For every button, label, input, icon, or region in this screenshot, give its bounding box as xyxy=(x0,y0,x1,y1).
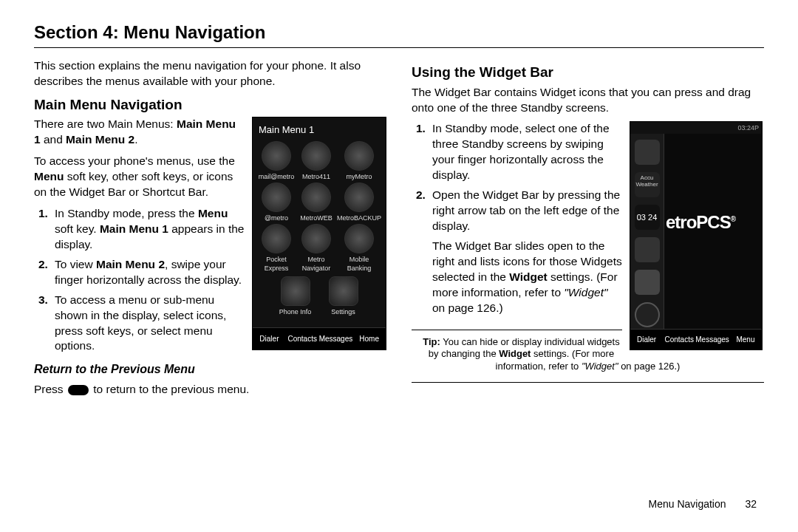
app-icon: myMetro xyxy=(337,141,381,181)
icon-label: Metro Navigator xyxy=(302,256,331,272)
text: soft key, other soft keys, or icons on t… xyxy=(34,170,233,198)
softkey: Menu xyxy=(729,329,762,349)
softkey: Contacts xyxy=(286,327,319,349)
softkey: Dialer xyxy=(630,329,663,349)
text: soft key. xyxy=(55,222,100,235)
text: on page 126.) xyxy=(618,361,681,372)
softkey: Contacts xyxy=(663,329,695,349)
main-menu-block: Main Menu 1 mail@metro Metro411 myMetro … xyxy=(34,117,386,354)
app-icon: Metro Navigator xyxy=(297,224,335,273)
step-text: Open the Widget Bar by pressing the righ… xyxy=(432,188,622,321)
step-number: 1. xyxy=(34,206,55,253)
widget-alarm-icon xyxy=(635,302,660,327)
icon-label: Metro411 xyxy=(302,173,330,180)
right-column: Using the Widget Bar The Widget Bar cont… xyxy=(412,58,764,403)
phone-frame: Main Menu 1 mail@metro Metro411 myMetro … xyxy=(252,117,386,350)
step-number: 1. xyxy=(412,121,432,183)
text: To view xyxy=(55,258,96,270)
widget-intro: The Widget Bar contains Widget icons tha… xyxy=(412,85,764,116)
text-bold: Widget xyxy=(509,270,548,283)
icon-label: MetroWEB xyxy=(300,214,332,222)
text: to return to the previous menu. xyxy=(90,383,249,395)
icon-label: Phone Info xyxy=(279,308,312,316)
step-number: 3. xyxy=(34,293,55,355)
text-bold: Widget xyxy=(499,348,531,359)
text-italic: "Widget" xyxy=(582,361,618,372)
list-item: 3. To access a menu or sub-menu shown in… xyxy=(34,293,245,355)
text: on page 126.) xyxy=(432,301,503,314)
text: and xyxy=(41,133,66,146)
footer-page-number: 32 xyxy=(745,498,757,510)
text: Press xyxy=(34,383,66,395)
widget-slide-para: The Widget Bar slides open to the right … xyxy=(432,239,622,316)
app-icon: Pocket Express xyxy=(257,224,296,273)
status-time: 03:24P xyxy=(737,124,759,132)
text: . xyxy=(134,133,137,146)
heading-main-menu-nav: Main Menu Navigation xyxy=(34,95,386,115)
text: In Standby mode, press the xyxy=(55,207,198,219)
softkey: Home xyxy=(352,327,386,349)
softkey: Messages xyxy=(319,327,353,349)
app-icon: Phone Info xyxy=(272,276,318,316)
widget-icon xyxy=(635,270,660,295)
app-icon: Settings xyxy=(320,276,366,316)
text-bold: Main Menu 2 xyxy=(96,258,165,270)
left-column: This section explains the menu navigatio… xyxy=(34,58,386,403)
section-title: Section 4: Menu Navigation xyxy=(34,22,764,43)
app-icon: @metro xyxy=(257,183,296,222)
text: There are two Main Menus: xyxy=(34,117,177,130)
back-key-icon xyxy=(68,385,89,395)
phone-softkey-bar: Dialer Contacts Messages Menu xyxy=(630,329,762,349)
list-item: 2. To view Main Menu 2, swipe your finge… xyxy=(34,257,245,288)
list-item: 1. In Standby mode, select one of the th… xyxy=(412,121,622,183)
widget-clock-icon: 03 24 xyxy=(635,205,660,230)
text-bold: Main Menu 1 xyxy=(100,222,168,235)
step-text: In Standby mode, select one of the three… xyxy=(432,121,622,183)
text-bold: Menu xyxy=(198,207,228,219)
list-item: 1. In Standby mode, press the Menu soft … xyxy=(34,206,245,253)
step-number: 2. xyxy=(34,257,55,288)
intro-text: This section explains the menu navigatio… xyxy=(34,58,386,89)
softkey: Messages xyxy=(695,329,729,349)
app-icon: MetroBACKUP xyxy=(337,183,381,222)
text-bold: Main Menu 2 xyxy=(66,133,134,146)
widget-icon xyxy=(635,140,660,165)
icon-label: Pocket Express xyxy=(265,256,289,272)
phone-icon-grid: mail@metro Metro411 myMetro @metro Metro… xyxy=(256,141,383,273)
list-item: 2. Open the Widget Bar by pressing the r… xyxy=(412,188,622,321)
icon-label: Mobile Banking xyxy=(347,256,372,272)
phone-icon-row2: Phone Info Settings xyxy=(256,273,383,316)
widget-icon xyxy=(635,237,660,262)
app-icon: mail@metro xyxy=(257,141,296,181)
tip-rule-top xyxy=(412,330,622,330)
footer-section-label: Menu Navigation xyxy=(648,498,726,510)
app-icon: Metro411 xyxy=(297,141,335,181)
title-rule xyxy=(34,47,764,48)
widget-bar: AccuWeather 03 24 xyxy=(630,134,664,329)
phone-frame-2: 03:24P AccuWeather 03 24 etroPCS® Dialer… xyxy=(630,121,763,350)
icon-label: MetroBACKUP xyxy=(337,214,381,222)
tip-label: Tip: xyxy=(423,336,440,347)
text-italic: "Widget" xyxy=(564,286,607,299)
step-number: 2. xyxy=(412,188,432,321)
step-text: To view Main Menu 2, swipe your finger h… xyxy=(55,257,245,288)
page-footer: Menu Navigation 32 xyxy=(648,498,757,510)
phone-title: Main Menu 1 xyxy=(256,120,383,141)
icon-label: Settings xyxy=(331,308,355,316)
app-icon: Mobile Banking xyxy=(337,224,381,273)
text-bold: Menu xyxy=(34,170,64,183)
phone-softkey-bar: Dialer Contacts Messages Home xyxy=(253,327,386,349)
widget-icon: AccuWeather xyxy=(635,172,660,197)
softkey: Dialer xyxy=(253,327,286,349)
icon-label: mail@metro xyxy=(259,173,295,180)
wallpaper-brand: etroPCS® xyxy=(664,211,762,234)
tip-rule-bottom xyxy=(412,382,764,383)
step-text: To access a menu or sub-menu shown in th… xyxy=(55,293,245,355)
text: Open the Widget Bar by pressing the righ… xyxy=(432,188,620,232)
icon-label: myMetro xyxy=(346,173,372,180)
app-icon: MetroWEB xyxy=(297,183,335,222)
heading-return-previous: Return to the Previous Menu xyxy=(34,361,386,378)
return-sentence: Press to return to the previous menu. xyxy=(34,382,386,398)
widget-block: 03:24P AccuWeather 03 24 etroPCS® Dialer… xyxy=(412,121,764,321)
icon-label: @metro xyxy=(265,214,288,222)
